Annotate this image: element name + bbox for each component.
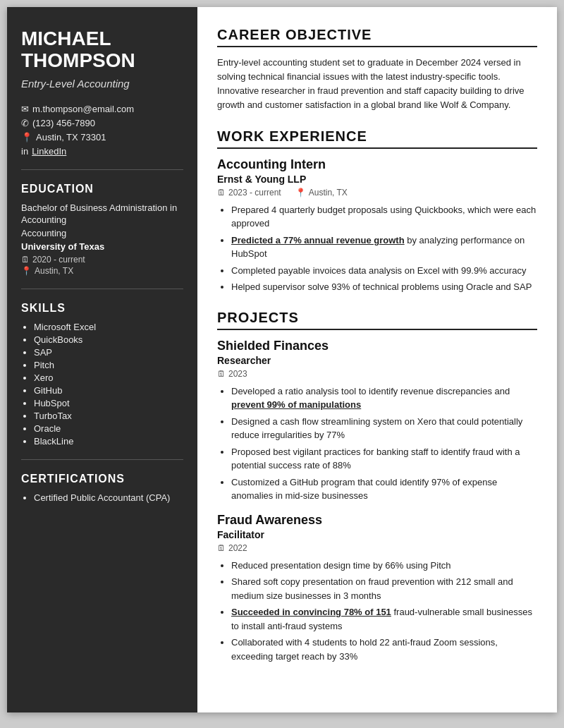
skill-item: Microsoft Excel: [34, 322, 183, 332]
candidate-name: MICHAEL THOMPSON: [21, 28, 183, 72]
bullet-item: Shared soft copy presentation on fraud p…: [231, 575, 537, 602]
project-year: 🗓 2023: [217, 369, 537, 379]
skill-item: Oracle: [34, 423, 183, 434]
career-objective-section: CAREER OBJECTIVE Entry-level accounting …: [217, 27, 537, 113]
divider-education: [21, 169, 183, 170]
project-role: Researcher: [217, 355, 537, 366]
bullet-item: Proposed best vigilant practices for ban…: [231, 445, 537, 473]
job-date: 🗓 2023 - current: [217, 188, 281, 198]
skills-title: SKILLS: [21, 302, 183, 315]
edu-date: 🗓 2020 - current: [21, 255, 183, 265]
projects-section: PROJECTS Shielded Finances Researcher 🗓 …: [217, 310, 537, 664]
education-title: EDUCATION: [21, 183, 183, 195]
cert-list: Certified Public Accountant (CPA): [21, 492, 183, 503]
location-icon: 📍: [295, 188, 306, 198]
phone-icon: ✆: [21, 118, 29, 128]
bullet-item: Succeeded in convincing 78% of 151 fraud…: [231, 605, 537, 633]
divider-skills: [21, 289, 183, 289]
project-title: Fraud Awareness: [217, 513, 537, 528]
calendar-icon: 🗓: [217, 369, 226, 379]
highlight-text: Succeeded in convincing 78% of 151: [231, 607, 391, 617]
bullet-item: Designed a cash flow streamlining system…: [231, 415, 537, 442]
resume-container: MICHAEL THOMPSON Entry-Level Accounting …: [7, 7, 557, 712]
divider-certs: [21, 459, 183, 460]
edu-degree: Bachelor of Business Administration in: [21, 202, 183, 213]
calendar-icon: 🗓: [217, 543, 226, 553]
skill-item: BlackLine: [34, 436, 183, 447]
contact-phone: ✆ (123) 456-7890: [21, 118, 183, 128]
calendar-icon: 🗓: [21, 255, 30, 265]
bullet-item: Completed payable invoices data analysis…: [231, 264, 537, 278]
skill-item: GitHub: [34, 385, 183, 396]
career-objective-text: Entry-level accounting student set to gr…: [217, 56, 537, 113]
map-icon: 📍: [21, 266, 32, 276]
linkedin-icon: in: [21, 146, 28, 157]
projects-heading: PROJECTS: [217, 310, 537, 330]
skill-item: Pitch: [34, 360, 183, 370]
edu-location: 📍 Austin, TX: [21, 266, 183, 276]
edu-field2: Accounting: [21, 228, 183, 238]
cert-item: Certified Public Accountant (CPA): [34, 492, 183, 503]
job-title: Accounting Intern: [217, 157, 537, 172]
education-section: EDUCATION Bachelor of Business Administr…: [21, 183, 183, 276]
bullet-item: Predicted a 77% annual revenue growth by…: [231, 233, 537, 261]
skill-item: SAP: [34, 347, 183, 358]
skills-list: Microsoft Excel QuickBooks SAP Pitch Xer…: [21, 322, 183, 447]
bullet-item: Prepared 4 quarterly budget proposals us…: [231, 203, 537, 231]
bullet-item: Customized a GitHub program that could i…: [231, 475, 537, 503]
contact-location: 📍 Austin, TX 73301: [21, 132, 183, 142]
project-title: Shielded Finances: [217, 339, 537, 353]
contact-linkedin[interactable]: in LinkedIn: [21, 146, 183, 157]
job-location: 📍 Austin, TX: [295, 188, 348, 198]
highlight-text: prevent 99% of manipulations: [231, 399, 361, 410]
project-bullets: Developed a ratio analysis tool to ident…: [217, 384, 537, 503]
bullet-item: Reduced presentation design time by 66% …: [231, 559, 537, 573]
skill-item: QuickBooks: [34, 334, 183, 345]
skill-item: HubSpot: [34, 398, 183, 408]
career-objective-heading: CAREER OBJECTIVE: [217, 27, 537, 47]
edu-field: Accounting: [21, 214, 183, 225]
project-year: 🗓 2022: [217, 543, 537, 553]
contact-email: ✉ m.thompson@email.com: [21, 104, 183, 114]
skills-section: SKILLS Microsoft Excel QuickBooks SAP Pi…: [21, 302, 183, 447]
calendar-icon: 🗓: [217, 188, 226, 198]
work-experience-heading: WORK EXPERIENCE: [217, 128, 537, 149]
job-company: Ernst & Young LLP: [217, 174, 537, 185]
sidebar: MICHAEL THOMPSON Entry-Level Accounting …: [7, 7, 197, 712]
project-bullets: Reduced presentation design time by 66% …: [217, 559, 537, 664]
project-item: Shielded Finances Researcher 🗓 2023 Deve…: [217, 339, 537, 503]
location-icon: 📍: [21, 132, 32, 142]
main-content: CAREER OBJECTIVE Entry-level accounting …: [197, 7, 557, 712]
contact-list: ✉ m.thompson@email.com ✆ (123) 456-7890 …: [21, 104, 183, 157]
project-role: Facilitator: [217, 529, 537, 540]
skill-item: TurboTax: [34, 411, 183, 421]
bullet-item: Helped supervisor solve 93% of technical…: [231, 280, 537, 294]
project-item: Fraud Awareness Facilitator 🗓 2022 Reduc…: [217, 513, 537, 664]
email-icon: ✉: [21, 104, 29, 114]
bullet-item: Developed a ratio analysis tool to ident…: [231, 384, 537, 412]
highlight-text: Predicted a 77% annual revenue growth: [231, 235, 405, 245]
edu-university: University of Texas: [21, 241, 183, 252]
work-experience-section: WORK EXPERIENCE Accounting Intern Ernst …: [217, 128, 537, 294]
bullet-item: Collaborated with 4 students to hold 22 …: [231, 636, 537, 663]
job-item: Accounting Intern Ernst & Young LLP 🗓 20…: [217, 157, 537, 294]
certifications-section: CERTIFICATIONS Certified Public Accounta…: [21, 473, 183, 503]
job-bullets: Prepared 4 quarterly budget proposals us…: [217, 203, 537, 294]
cert-title: CERTIFICATIONS: [21, 473, 183, 485]
candidate-title: Entry-Level Accounting: [21, 78, 183, 90]
skill-item: Xero: [34, 372, 183, 383]
job-meta: 🗓 2023 - current 📍 Austin, TX: [217, 188, 537, 198]
